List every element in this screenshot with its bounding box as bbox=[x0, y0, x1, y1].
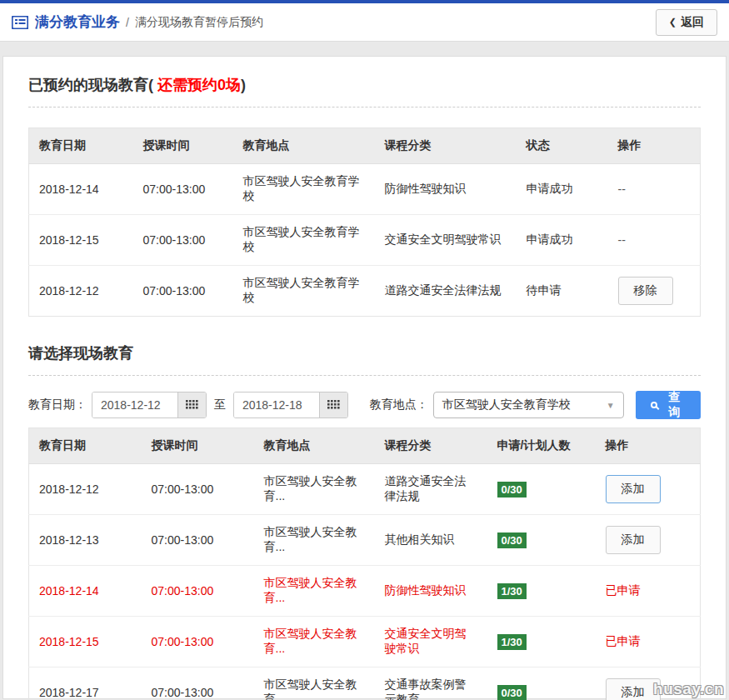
date-from-input[interactable] bbox=[92, 392, 177, 418]
filter-bar: 教育日期： 至 bbox=[28, 391, 701, 419]
cell-action-none: -- bbox=[618, 182, 626, 196]
cell-status: 申请成功 bbox=[517, 164, 608, 215]
search-icon bbox=[651, 402, 657, 408]
cell-time: 07:00-13:00 bbox=[133, 215, 233, 266]
available-table-row-applied: 2018-12-14 07:00-13:00 市区驾驶人安全教育... 防御性驾… bbox=[29, 566, 701, 617]
col-header-date: 教育日期 bbox=[29, 128, 133, 164]
booked-table: 教育日期 授课时间 教育地点 课程分类 状态 操作 2018-12-14 07:… bbox=[28, 128, 701, 317]
add-button[interactable]: 添加 bbox=[606, 678, 661, 700]
col-header-course: 课程分类 bbox=[375, 128, 517, 164]
date-to-group bbox=[233, 392, 348, 418]
count-badge: 0/30 bbox=[497, 482, 527, 498]
cell-date: 2018-12-12 bbox=[29, 266, 133, 317]
available-table-row: 2018-12-13 07:00-13:00 市区驾驶人安全教育... 其他相关… bbox=[29, 515, 701, 566]
booked-title-highlight: 还需预约0场 bbox=[153, 77, 241, 93]
cell-location: 市区驾驶人安全教育学校 bbox=[233, 215, 375, 266]
cell-location: 市区驾驶人安全教育学校 bbox=[233, 266, 375, 317]
booked-table-header-row: 教育日期 授课时间 教育地点 课程分类 状态 操作 bbox=[29, 128, 701, 164]
caret-down-icon: ▼ bbox=[607, 401, 615, 410]
cell-course: 交通安全文明驾驶常识 bbox=[375, 617, 487, 668]
available-table-row: 2018-12-17 07:00-13:00 市区驾驶人安全教育... 交通事故… bbox=[29, 668, 701, 700]
col-header-course: 课程分类 bbox=[375, 428, 487, 464]
cell-date: 2018-12-13 bbox=[29, 515, 142, 566]
col-header-location: 教育地点 bbox=[233, 128, 375, 164]
booked-section-title: 已预约的现场教育( 还需预约0场) bbox=[28, 70, 701, 108]
cell-course: 道路交通安全法律法规 bbox=[375, 266, 517, 317]
cell-date: 2018-12-12 bbox=[29, 464, 142, 515]
col-header-time: 授课时间 bbox=[142, 428, 254, 464]
cell-date: 2018-12-15 bbox=[29, 215, 133, 266]
col-header-date: 教育日期 bbox=[29, 428, 142, 464]
booked-title-text: 已预约的现场教育( bbox=[28, 77, 153, 93]
main-panel: 已预约的现场教育( 还需预约0场) 教育日期 授课时间 教育地点 课程分类 状态… bbox=[2, 56, 727, 699]
count-badge: 0/30 bbox=[497, 685, 527, 700]
cell-status: 待申请 bbox=[517, 266, 608, 317]
watermark: husay.cn bbox=[653, 680, 724, 698]
cell-time: 07:00-13:00 bbox=[142, 668, 254, 700]
booked-table-row: 2018-12-12 07:00-13:00 市区驾驶人安全教育学校 道路交通安… bbox=[29, 266, 701, 317]
cell-action-none: -- bbox=[618, 233, 626, 247]
add-button[interactable]: 添加 bbox=[606, 475, 661, 503]
cell-location: 市区驾驶人安全教育... bbox=[254, 617, 375, 668]
date-range-to-label: 至 bbox=[214, 398, 226, 412]
app-title[interactable]: 满分教育业务 bbox=[35, 12, 120, 32]
col-header-action: 操作 bbox=[608, 128, 701, 164]
calendar-grid-icon bbox=[327, 399, 340, 412]
date-to-calendar-button[interactable] bbox=[319, 392, 347, 418]
booked-table-row: 2018-12-15 07:00-13:00 市区驾驶人安全教育学校 交通安全文… bbox=[29, 215, 701, 266]
add-button[interactable]: 添加 bbox=[606, 526, 661, 554]
date-to-input[interactable] bbox=[234, 392, 319, 418]
cell-location: 市区驾驶人安全教育... bbox=[254, 515, 375, 566]
cell-time: 07:00-13:00 bbox=[142, 566, 254, 617]
col-header-action: 操作 bbox=[596, 428, 701, 464]
booked-title-suffix: ) bbox=[241, 77, 246, 93]
back-button[interactable]: ❮ 返回 bbox=[656, 9, 717, 36]
cell-date: 2018-12-14 bbox=[29, 164, 133, 215]
cell-course: 交通事故案例警示教育 bbox=[375, 668, 487, 700]
date-from-group bbox=[92, 392, 207, 418]
col-header-time: 授课时间 bbox=[133, 128, 233, 164]
cell-time: 07:00-13:00 bbox=[133, 266, 233, 317]
header-bar: 满分教育业务 / 满分现场教育暂停后预约 ❮ 返回 bbox=[0, 3, 729, 42]
cell-course: 交通安全文明驾驶常识 bbox=[375, 215, 517, 266]
cell-date: 2018-12-17 bbox=[29, 668, 142, 700]
calendar-grid-icon bbox=[186, 399, 198, 412]
remove-button[interactable]: 移除 bbox=[618, 277, 673, 305]
count-badge: 1/30 bbox=[497, 583, 527, 599]
cell-course: 道路交通安全法律法规 bbox=[375, 464, 487, 515]
search-button[interactable]: 查询 bbox=[636, 391, 701, 419]
search-button-label: 查询 bbox=[663, 390, 686, 420]
available-table: 教育日期 授课时间 教育地点 课程分类 申请/计划人数 操作 2018-12-1… bbox=[28, 428, 701, 700]
col-header-count: 申请/计划人数 bbox=[487, 428, 596, 464]
cell-status: 申请成功 bbox=[517, 215, 608, 266]
cell-date: 2018-12-14 bbox=[29, 566, 142, 617]
breadcrumb: 满分教育业务 / 满分现场教育暂停后预约 bbox=[12, 12, 263, 32]
chevron-left-icon: ❮ bbox=[669, 17, 677, 28]
cell-course: 其他相关知识 bbox=[375, 515, 487, 566]
cell-time: 07:00-13:00 bbox=[142, 617, 254, 668]
select-section-title: 请选择现场教育 bbox=[28, 338, 701, 376]
booked-table-row: 2018-12-14 07:00-13:00 市区驾驶人安全教育学校 防御性驾驶… bbox=[29, 164, 701, 215]
location-select-value: 市区驾驶人安全教育学校 bbox=[442, 398, 571, 412]
cell-time: 07:00-13:00 bbox=[142, 464, 254, 515]
location-select[interactable]: 市区驾驶人安全教育学校 ▼ bbox=[433, 392, 624, 418]
cell-location: 市区驾驶人安全教育... bbox=[254, 668, 375, 700]
col-header-status: 状态 bbox=[517, 128, 608, 164]
back-button-label: 返回 bbox=[681, 15, 704, 30]
page-title: 满分现场教育暂停后预约 bbox=[135, 15, 263, 30]
cell-location: 市区驾驶人安全教育... bbox=[254, 464, 375, 515]
date-filter-label: 教育日期： bbox=[28, 398, 87, 412]
cell-course: 防御性驾驶知识 bbox=[375, 566, 487, 617]
breadcrumb-separator: / bbox=[126, 16, 129, 29]
col-header-location: 教育地点 bbox=[254, 428, 375, 464]
available-table-row-applied: 2018-12-15 07:00-13:00 市区驾驶人安全教育... 交通安全… bbox=[29, 617, 701, 668]
cell-location: 市区驾驶人安全教育... bbox=[254, 566, 375, 617]
date-from-calendar-button[interactable] bbox=[177, 392, 206, 418]
list-icon bbox=[12, 16, 28, 29]
applied-status: 已申请 bbox=[606, 634, 641, 648]
cell-date: 2018-12-15 bbox=[29, 617, 142, 668]
count-badge: 1/30 bbox=[497, 634, 527, 650]
cell-time: 07:00-13:00 bbox=[133, 164, 233, 215]
available-table-header-row: 教育日期 授课时间 教育地点 课程分类 申请/计划人数 操作 bbox=[29, 428, 701, 464]
cell-time: 07:00-13:00 bbox=[142, 515, 254, 566]
